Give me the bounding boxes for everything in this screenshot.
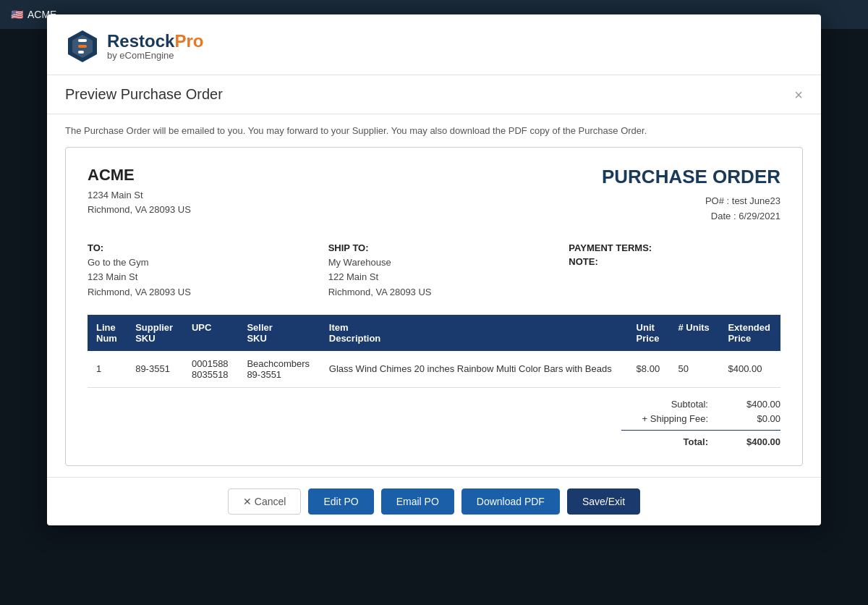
po-items-table: LineNum SupplierSKU UPC SellerSKU ItemDe… bbox=[88, 315, 780, 388]
restock-label: Restock bbox=[107, 31, 174, 51]
table-row: 1 89-3551 0001588 8035518 Beachcombers 8… bbox=[88, 351, 780, 388]
svg-rect-4 bbox=[78, 51, 84, 54]
po-totals: Subtotal: $400.00 + Shipping Fee: $0.00 … bbox=[88, 399, 780, 447]
logo-text: RestockPro by eComEngine bbox=[107, 32, 203, 62]
modal-footer: ✕ Cancel Edit PO Email PO Download PDF S… bbox=[47, 477, 821, 525]
info-message: The Purchase Order will be emailed to yo… bbox=[65, 125, 803, 136]
cancel-button[interactable]: ✕ Cancel bbox=[228, 488, 301, 515]
company-address1: 1234 Main St bbox=[88, 188, 191, 203]
payment-terms-label: PAYMENT TERMS: bbox=[569, 242, 780, 253]
po-addresses: TO: Go to the Gym 123 Main St Richmond, … bbox=[88, 242, 780, 300]
totals-divider bbox=[621, 430, 780, 431]
col-item-description: ItemDescription bbox=[320, 315, 628, 351]
cell-units: 50 bbox=[670, 351, 720, 388]
col-units: # Units bbox=[670, 315, 720, 351]
svg-rect-3 bbox=[78, 45, 87, 48]
note-label: NOTE: bbox=[569, 256, 780, 267]
to-label: TO: bbox=[88, 242, 299, 253]
col-supplier-sku: SupplierSKU bbox=[127, 315, 183, 351]
col-unit-price: UnitPrice bbox=[628, 315, 670, 351]
po-date: Date : 6/29/2021 bbox=[602, 209, 780, 224]
to-name: Go to the Gym bbox=[88, 255, 299, 271]
col-extended-price: ExtendedPrice bbox=[719, 315, 780, 351]
total-row: Total: $400.00 bbox=[621, 436, 780, 447]
po-number: PO# : test June23 bbox=[602, 194, 780, 209]
subtotal-label: Subtotal: bbox=[621, 399, 708, 410]
modal-close-button[interactable]: × bbox=[794, 88, 803, 102]
flag-icon: 🇺🇸 bbox=[11, 9, 23, 20]
svg-rect-2 bbox=[78, 39, 87, 42]
preview-po-modal: RestockPro by eComEngine Preview Purchas… bbox=[47, 14, 821, 525]
modal-body: The Purchase Order will be emailed to yo… bbox=[47, 114, 821, 477]
shipping-value: $0.00 bbox=[723, 413, 780, 424]
modal-title: Preview Purchase Order bbox=[65, 86, 223, 103]
subtotal-row: Subtotal: $400.00 bbox=[621, 399, 780, 410]
cell-unit-price: $8.00 bbox=[628, 351, 670, 388]
email-po-button[interactable]: Email PO bbox=[381, 488, 454, 515]
ship-to-address1: 122 Main St bbox=[328, 270, 540, 285]
cell-line-num: 1 bbox=[88, 351, 127, 388]
company-address2: Richmond, VA 28093 US bbox=[88, 203, 191, 217]
to-address: TO: Go to the Gym 123 Main St Richmond, … bbox=[88, 242, 299, 300]
ship-to-label: SHIP TO: bbox=[328, 242, 540, 253]
ship-to-name: My Warehouse bbox=[328, 255, 540, 271]
shipping-label: + Shipping Fee: bbox=[621, 413, 708, 424]
logo-byline: by eComEngine bbox=[107, 51, 203, 61]
to-address1: 123 Main St bbox=[88, 270, 299, 285]
ship-to-address2: Richmond, VA 28093 US bbox=[328, 285, 540, 300]
modal-overlay: RestockPro by eComEngine Preview Purchas… bbox=[0, 0, 868, 605]
ship-to-address: SHIP TO: My Warehouse 122 Main St Richmo… bbox=[328, 242, 540, 300]
logo-brand-name: RestockPro bbox=[107, 32, 203, 51]
payment-block: PAYMENT TERMS: NOTE: bbox=[569, 242, 780, 300]
po-heading: PURCHASE ORDER bbox=[602, 166, 780, 188]
company-info: ACME 1234 Main St Richmond, VA 28093 US bbox=[88, 166, 191, 224]
download-pdf-button[interactable]: Download PDF bbox=[461, 488, 560, 515]
po-document: ACME 1234 Main St Richmond, VA 28093 US … bbox=[65, 147, 803, 466]
col-seller-sku: SellerSKU bbox=[238, 315, 320, 351]
col-line-num: LineNum bbox=[88, 315, 127, 351]
total-label: Total: bbox=[621, 436, 708, 447]
cell-extended-price: $400.00 bbox=[719, 351, 780, 388]
pro-label: Pro bbox=[174, 31, 203, 51]
modal-title-bar: Preview Purchase Order × bbox=[47, 75, 821, 114]
edit-po-button[interactable]: Edit PO bbox=[308, 488, 373, 515]
logo-area: RestockPro by eComEngine bbox=[65, 29, 203, 64]
modal-logo-header: RestockPro by eComEngine bbox=[47, 14, 821, 75]
po-title-area: PURCHASE ORDER PO# : test June23 Date : … bbox=[602, 166, 780, 224]
company-name: ACME bbox=[88, 166, 191, 185]
po-header: ACME 1234 Main St Richmond, VA 28093 US … bbox=[88, 166, 780, 224]
restockpro-logo-icon bbox=[65, 29, 100, 64]
save-exit-button[interactable]: Save/Exit bbox=[567, 488, 640, 515]
cell-upc: 0001588 8035518 bbox=[183, 351, 238, 388]
cell-supplier-sku: 89-3551 bbox=[127, 351, 183, 388]
subtotal-value: $400.00 bbox=[723, 399, 780, 410]
total-value: $400.00 bbox=[723, 436, 780, 447]
shipping-row: + Shipping Fee: $0.00 bbox=[621, 413, 780, 424]
to-address2: Richmond, VA 28093 US bbox=[88, 285, 299, 300]
cell-item-description: Glass Wind Chimes 20 inches Rainbow Mult… bbox=[320, 351, 628, 388]
table-header-row: LineNum SupplierSKU UPC SellerSKU ItemDe… bbox=[88, 315, 780, 351]
cell-seller-sku: Beachcombers 89-3551 bbox=[238, 351, 320, 388]
col-upc: UPC bbox=[183, 315, 238, 351]
